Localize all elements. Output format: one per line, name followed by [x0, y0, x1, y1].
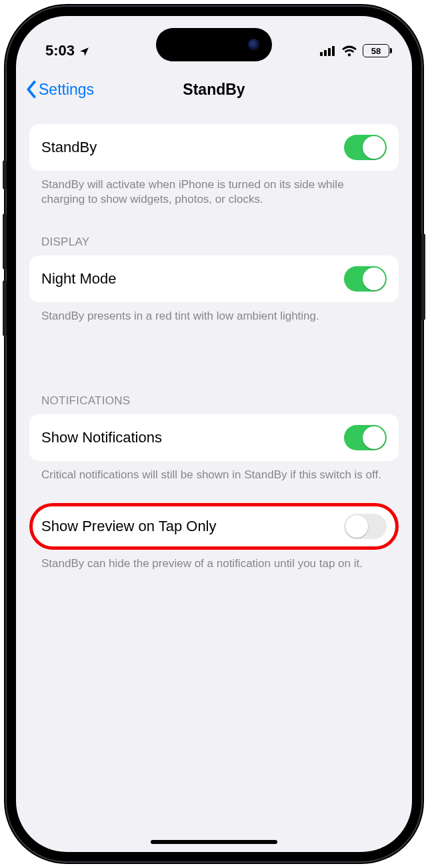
back-label: Settings: [39, 81, 94, 99]
chevron-left-icon: [25, 80, 37, 99]
navigation-bar: Settings StandBy: [16, 69, 412, 109]
standby-label: StandBy: [41, 139, 97, 156]
svg-rect-2: [328, 48, 331, 56]
volume-up-button: [3, 213, 7, 270]
standby-help: StandBy will activate when iPhone is tur…: [29, 171, 399, 207]
show-preview-label: Show Preview on Tap Only: [41, 518, 217, 535]
night-mode-label: Night Mode: [41, 270, 117, 288]
home-indicator[interactable]: [151, 840, 277, 844]
show-preview-toggle[interactable]: [344, 514, 387, 539]
svg-rect-3: [332, 46, 335, 56]
svg-rect-0: [320, 52, 323, 56]
night-mode-toggle[interactable]: [344, 266, 387, 292]
display-header: DISPLAY: [29, 236, 399, 256]
show-preview-help: StandBy can hide the preview of a notifi…: [29, 550, 399, 571]
standby-toggle[interactable]: [344, 135, 387, 160]
show-notifications-help: Critical notifications will still be sho…: [29, 461, 399, 482]
settings-content: StandBy StandBy will activate when iPhon…: [16, 109, 412, 571]
iphone-frame: 5:03 58: [7, 7, 421, 861]
standby-row[interactable]: StandBy: [29, 124, 399, 171]
volume-down-button: [3, 280, 7, 336]
cellular-icon: [320, 45, 336, 56]
screen: 5:03 58: [16, 16, 412, 852]
svg-rect-1: [324, 50, 327, 56]
battery-level: 58: [371, 46, 381, 56]
wifi-icon: [341, 45, 357, 57]
location-icon: [79, 46, 90, 57]
silence-switch: [3, 160, 7, 189]
battery-indicator: 58: [363, 44, 389, 57]
night-mode-help: StandBy presents in a red tint with low …: [29, 302, 399, 324]
dynamic-island: [156, 28, 272, 61]
show-notifications-label: Show Notifications: [41, 429, 162, 446]
page-title: StandBy: [183, 81, 245, 99]
show-preview-row[interactable]: Show Preview on Tap Only: [29, 503, 399, 550]
night-mode-row[interactable]: Night Mode: [29, 256, 399, 302]
back-button[interactable]: Settings: [25, 69, 94, 109]
show-notifications-row[interactable]: Show Notifications: [29, 414, 399, 461]
clock: 5:03: [45, 42, 75, 59]
side-button: [421, 234, 425, 320]
notifications-header: NOTIFICATIONS: [29, 394, 399, 414]
front-camera: [248, 39, 260, 51]
show-notifications-toggle[interactable]: [344, 425, 387, 450]
